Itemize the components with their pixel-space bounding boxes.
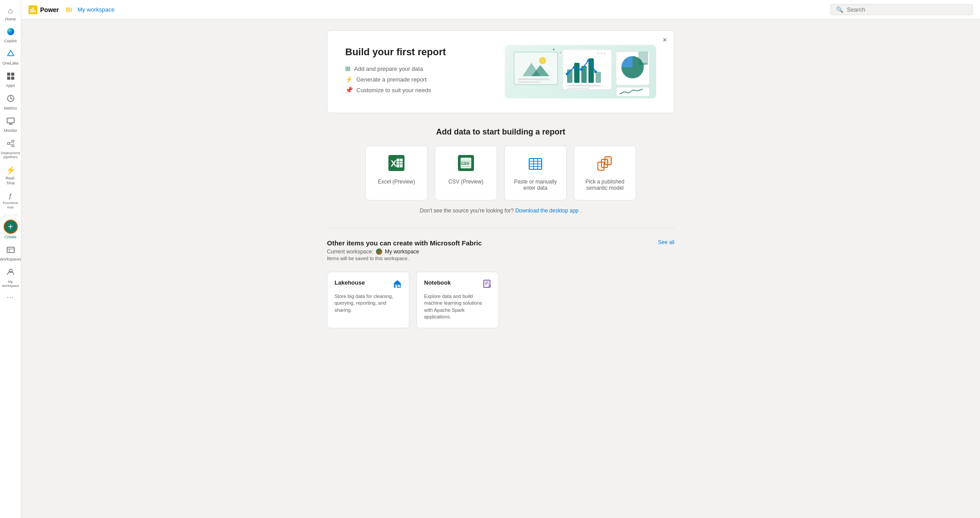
data-card-paste-label: Paste or manually enter data	[512, 179, 559, 191]
svg-point-53	[553, 49, 555, 50]
hero-feature-label-3: Customize to suit your needs	[356, 87, 431, 94]
logo-text-power: Power	[40, 6, 59, 13]
svg-rect-52	[616, 87, 649, 96]
data-card-semantic-label: Pick a published semantic model	[581, 179, 629, 191]
hero-feature-3: 📌 Customize to suit your needs	[345, 86, 446, 94]
svg-rect-31	[518, 82, 540, 83]
sidebar-item-home[interactable]: ⌂ Home	[1, 4, 20, 24]
svg-rect-24	[34, 10, 36, 12]
see-all-link[interactable]: See all	[658, 239, 674, 245]
excel-icon: X	[388, 155, 404, 174]
sidebar-item-monitor[interactable]: Monitor	[1, 114, 20, 136]
powerbi-logo-icon	[29, 5, 37, 14]
save-note: Items will be saved to this workspace.	[327, 256, 482, 261]
workspace-name: My workspace	[385, 249, 419, 255]
fabric-header: Other items you can create with Microsof…	[327, 239, 674, 268]
svg-rect-5	[11, 77, 14, 80]
svg-point-45	[594, 70, 597, 73]
sidebar-item-metrics[interactable]: Metrics	[1, 92, 20, 113]
logo-text-bi: BI	[66, 6, 72, 13]
lakehouse-title: Lakehouse	[335, 279, 365, 286]
fabric-title: Other items you can create with Microsof…	[327, 239, 482, 247]
notebook-title: Notebook	[424, 279, 451, 286]
sidebar-item-label: Home	[5, 17, 16, 22]
realtime-icon: ⚡	[6, 166, 16, 175]
fabric-header-left: Other items you can create with Microsof…	[327, 239, 482, 268]
data-card-csv[interactable]: CSV CSV (Preview)	[435, 146, 497, 200]
data-source-cards: X Excel (Preview) CSV	[36, 146, 966, 200]
sidebar-item-copilot[interactable]: Copilot	[1, 25, 20, 46]
add-data-title: Add data to start building a report	[36, 127, 966, 137]
svg-text:X: X	[391, 159, 397, 168]
hero-close-button[interactable]: ×	[663, 36, 667, 44]
sidebar-item-label: OneLake	[2, 61, 19, 66]
hero-illustration	[505, 45, 656, 98]
svg-rect-37	[574, 63, 580, 83]
sidebar-item-realtime[interactable]: ⚡ Real-Time	[1, 163, 20, 188]
svg-rect-23	[33, 8, 34, 12]
svg-point-12	[7, 142, 9, 144]
svg-line-8	[11, 98, 12, 99]
download-desktop-link[interactable]: Download the desktop app	[515, 208, 579, 214]
sidebar-item-workspaces[interactable]: Workspaces	[1, 243, 20, 265]
sidebar-item-onelake[interactable]: OneLake	[1, 47, 20, 68]
search-box[interactable]: 🔍	[830, 4, 973, 15]
data-card-paste[interactable]: Paste or manually enter data	[504, 146, 567, 200]
lakehouse-desc: Store big data for cleaning, querying, r…	[335, 293, 402, 314]
sidebar-item-functions[interactable]: ƒ Functions hub	[1, 189, 20, 212]
sidebar-item-deployment[interactable]: Deployment pipelines	[1, 137, 20, 162]
hint-suffix: .	[580, 208, 581, 214]
svg-point-29	[539, 57, 546, 64]
lightning-icon: ⚡	[345, 76, 353, 83]
workspaces-icon	[7, 246, 15, 257]
svg-marker-1	[8, 50, 14, 56]
hero-illustration-svg	[509, 47, 652, 96]
search-input[interactable]	[847, 6, 967, 13]
fabric-card-lakehouse[interactable]: Lakehouse Store big data for cleaning, q…	[327, 272, 409, 328]
svg-text:CSV: CSV	[461, 161, 470, 166]
onelake-icon	[7, 49, 15, 60]
sidebar-item-label: My workspace	[2, 280, 20, 288]
fabric-section: Other items you can create with Microsof…	[327, 239, 674, 328]
svg-point-43	[580, 68, 583, 71]
fabric-card-notebook[interactable]: Notebook </> Explore d	[416, 272, 499, 328]
workspace-link[interactable]: My workspace	[78, 6, 114, 13]
hero-feature-1: ⊞ Add and prepare your data	[345, 65, 446, 72]
svg-rect-46	[567, 85, 601, 86]
svg-rect-3	[11, 73, 14, 76]
table-icon: ⊞	[345, 65, 351, 72]
hint-text: Don't see the source you're looking for?	[420, 208, 514, 214]
monitor-icon	[7, 117, 15, 128]
svg-point-0	[7, 28, 14, 35]
workspace-label: Current workspace:	[327, 249, 373, 255]
data-card-excel[interactable]: X Excel (Preview)	[365, 146, 428, 200]
svg-rect-80	[396, 285, 397, 288]
create-icon: +	[4, 220, 18, 234]
sidebar-item-myworkspace[interactable]: My workspace	[1, 265, 20, 291]
semantic-icon	[597, 155, 613, 174]
sidebar-item-label: Apps	[6, 83, 15, 88]
notebook-desc: Explore data and build machine learning …	[424, 293, 491, 321]
svg-point-14	[12, 144, 14, 147]
svg-point-13	[12, 140, 14, 142]
more-options-dots[interactable]: ···	[7, 294, 14, 302]
svg-line-16	[9, 144, 12, 145]
hero-card: Build your first report ⊞ Add and prepar…	[327, 30, 674, 113]
functions-icon: ƒ	[8, 192, 12, 200]
fabric-cards: Lakehouse Store big data for cleaning, q…	[327, 272, 674, 328]
svg-point-41	[566, 73, 568, 75]
sidebar-item-create[interactable]: + Create	[1, 217, 20, 242]
sidebar-item-label: Copilot	[4, 39, 16, 44]
metrics-icon	[7, 94, 15, 105]
lakehouse-icon	[393, 279, 402, 290]
sidebar-item-apps[interactable]: Apps	[1, 69, 20, 91]
deployment-icon	[7, 139, 15, 150]
data-card-semantic[interactable]: Pick a published semantic model	[574, 146, 636, 200]
svg-rect-17	[7, 247, 14, 253]
svg-rect-47	[567, 88, 589, 89]
svg-text:</>: </>	[489, 285, 491, 287]
app-logo: Power BI	[29, 5, 72, 14]
hero-content: Build your first report ⊞ Add and prepar…	[345, 46, 446, 97]
sidebar-item-label: Metrics	[4, 106, 17, 111]
myworkspace-icon	[7, 268, 15, 279]
